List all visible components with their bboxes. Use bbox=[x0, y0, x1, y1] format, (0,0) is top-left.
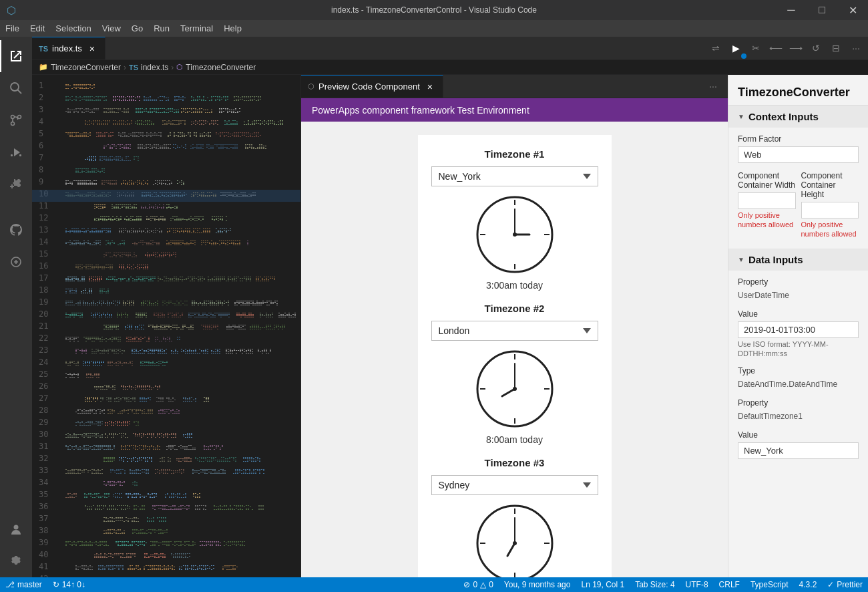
preview-more-button[interactable]: ··· bbox=[704, 77, 722, 96]
svg-rect-6 bbox=[19, 154, 21, 156]
code-editor[interactable] bbox=[32, 75, 300, 577]
source-control-icon[interactable] bbox=[0, 104, 32, 136]
git-branch-status[interactable]: ⎇ master bbox=[0, 577, 47, 592]
preview-panel: ⬡ Preview Code Component × ··· PowerApps… bbox=[300, 75, 728, 577]
version-status[interactable]: 4.3.2 bbox=[794, 580, 823, 589]
sync-label: 14↑ 0↓ bbox=[62, 580, 85, 589]
timezone-3-select[interactable]: Sydney bbox=[431, 475, 598, 495]
container-width-label: Component Container Width bbox=[738, 171, 796, 190]
preview-tab-label: Preview Code Component bbox=[318, 82, 420, 92]
data-inputs-title: Data Inputs bbox=[748, 254, 803, 265]
form-factor-input[interactable] bbox=[738, 146, 859, 163]
type-1-group: Type DateAndTime.DateAndTime bbox=[738, 366, 859, 390]
value-2-input[interactable] bbox=[738, 442, 859, 459]
svg-line-1 bbox=[18, 90, 22, 94]
settings-icon[interactable] bbox=[0, 545, 32, 577]
timezone-2-label: Timezone #2 bbox=[431, 303, 598, 314]
search-icon[interactable] bbox=[0, 72, 32, 104]
menu-view[interactable]: View bbox=[97, 20, 126, 37]
back-action-button[interactable]: ⟵ bbox=[767, 39, 785, 57]
context-inputs-section-header[interactable]: ▼ Context Inputs bbox=[728, 106, 868, 128]
forward-action-button[interactable]: ⟶ bbox=[787, 39, 805, 57]
encoding-status[interactable]: UTF-8 bbox=[680, 580, 714, 589]
clock-1-svg bbox=[475, 194, 555, 275]
value-1-input[interactable] bbox=[738, 321, 859, 338]
preview-tab[interactable]: ⬡ Preview Code Component × bbox=[301, 75, 443, 98]
eol-status[interactable]: CRLF bbox=[714, 580, 745, 589]
folder-icon: 📁 bbox=[39, 63, 48, 71]
encoding-label: UTF-8 bbox=[686, 580, 708, 589]
title-bar: ⬡ index.ts - TimezoneConverterControl - … bbox=[0, 0, 868, 20]
vscode-logo-icon: ⬡ bbox=[7, 4, 16, 17]
prettier-status[interactable]: ✓ Prettier bbox=[822, 580, 868, 589]
explorer-icon[interactable] bbox=[0, 40, 32, 72]
timezone-2-select[interactable]: London bbox=[431, 321, 598, 341]
container-width-error: Only positive numbers allowed bbox=[738, 210, 796, 230]
menu-terminal[interactable]: Terminal bbox=[175, 20, 218, 37]
preview-tab-close-button[interactable]: × bbox=[424, 81, 436, 93]
container-height-col: Component Container Height Only positive… bbox=[801, 171, 859, 239]
menu-run[interactable]: Run bbox=[148, 20, 175, 37]
svg-rect-5 bbox=[11, 154, 13, 156]
svg-point-3 bbox=[11, 122, 15, 126]
value-2-label: Value bbox=[738, 430, 859, 440]
container-width-input[interactable] bbox=[738, 192, 796, 209]
clock-2-svg bbox=[475, 349, 555, 429]
context-inputs-chevron-icon: ▼ bbox=[738, 113, 744, 120]
container-height-input[interactable] bbox=[801, 202, 859, 218]
minimize-button[interactable]: ─ bbox=[776, 0, 807, 20]
preview-body[interactable]: Timezone #1 New_York bbox=[301, 122, 728, 577]
sync-icon: ↻ bbox=[53, 580, 59, 589]
timezone-1-label: Timezone #1 bbox=[431, 148, 598, 160]
language-status[interactable]: TypeScript bbox=[745, 580, 794, 589]
eol-label: CRLF bbox=[719, 580, 740, 589]
maximize-button[interactable]: □ bbox=[807, 0, 837, 20]
preview-file-icon: ⬡ bbox=[308, 82, 314, 91]
warnings-label: 0 bbox=[489, 580, 493, 589]
menu-go[interactable]: Go bbox=[126, 20, 148, 37]
tab-close-button[interactable]: × bbox=[86, 43, 98, 55]
timezone-1-time: 3:00am today bbox=[431, 280, 598, 291]
property-2-value: DefaultTimezone1 bbox=[738, 410, 859, 422]
scissors-action-button[interactable]: ✂ bbox=[746, 39, 765, 57]
close-button[interactable]: ✕ bbox=[837, 0, 868, 20]
svg-point-2 bbox=[11, 116, 15, 119]
data-inputs-content: Property UserDateTime Value Use ISO form… bbox=[728, 271, 868, 474]
timezone-1-select[interactable]: New_York bbox=[431, 166, 598, 186]
breadcrumb: 📁 TimezoneConverter › TS index.ts › ⬡ Ti… bbox=[32, 60, 868, 75]
menu-help[interactable]: Help bbox=[218, 20, 247, 37]
breadcrumb-item-2[interactable]: index.ts bbox=[141, 63, 168, 72]
prettier-checkmark-icon: ✓ bbox=[827, 580, 834, 589]
property-2-group: Property DefaultTimezone1 bbox=[738, 398, 859, 422]
tab-size-status[interactable]: Tab Size: 4 bbox=[630, 580, 680, 589]
sync-status[interactable]: ↻ 14↑ 0↓ bbox=[47, 577, 91, 592]
live-share-icon[interactable] bbox=[0, 246, 32, 278]
transform-action-button[interactable]: ⇌ bbox=[706, 39, 725, 57]
split-action-button[interactable]: ⊟ bbox=[827, 39, 845, 57]
property-2-label: Property bbox=[738, 398, 859, 408]
position-label: Ln 19, Col 1 bbox=[581, 580, 624, 589]
editor-tab-index-ts[interactable]: TS index.ts × bbox=[32, 37, 105, 59]
svg-point-4 bbox=[18, 116, 21, 119]
ts-file-icon: TS bbox=[129, 63, 138, 71]
restart-action-button[interactable]: ↺ bbox=[807, 39, 825, 57]
clock-3-svg bbox=[475, 503, 555, 577]
more-actions-button[interactable]: ··· bbox=[847, 39, 865, 57]
errors-status[interactable]: ⊘ 0 △ 0 bbox=[458, 580, 498, 589]
extensions-icon[interactable] bbox=[0, 168, 32, 200]
timezone-widget: Timezone #1 New_York bbox=[418, 135, 612, 577]
breadcrumb-item-1[interactable]: TimezoneConverter bbox=[51, 63, 121, 72]
menu-file[interactable]: File bbox=[0, 20, 25, 37]
timezone-3-label: Timezone #3 bbox=[431, 457, 598, 468]
data-inputs-section-header[interactable]: ▼ Data Inputs bbox=[728, 249, 868, 271]
run-action-button[interactable]: ▶ bbox=[726, 39, 745, 57]
menu-selection[interactable]: Selection bbox=[50, 20, 96, 37]
run-debug-icon[interactable] bbox=[0, 136, 32, 168]
type-1-value: DateAndTime.DateAndTime bbox=[738, 378, 859, 390]
menu-edit[interactable]: Edit bbox=[25, 20, 50, 37]
position-status[interactable]: Ln 19, Col 1 bbox=[576, 580, 630, 589]
github-icon[interactable] bbox=[0, 214, 32, 246]
git-blame-status[interactable]: You, 9 months ago bbox=[499, 580, 576, 589]
accounts-icon[interactable] bbox=[0, 513, 32, 545]
breadcrumb-item-3[interactable]: TimezoneConverter bbox=[186, 63, 256, 72]
